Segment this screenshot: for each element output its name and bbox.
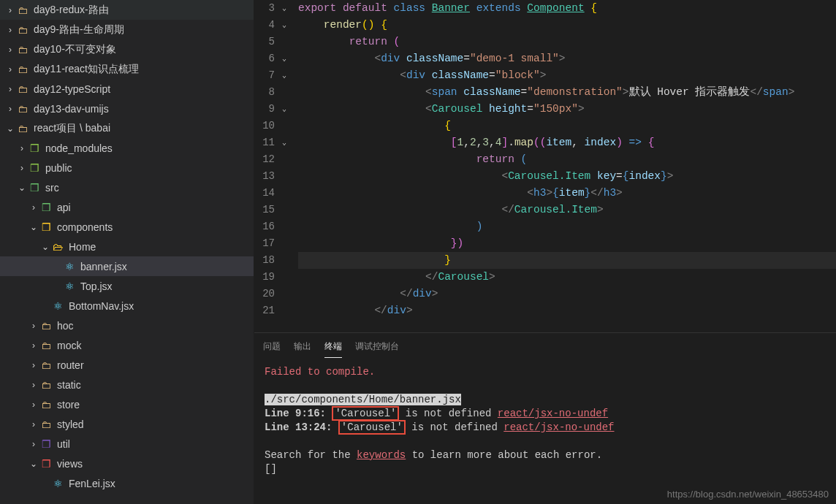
- tree-item[interactable]: ›🗀day10-不可变对象: [0, 39, 254, 59]
- tree-item-label: day9-路由-生命周期: [34, 23, 124, 37]
- code-editor[interactable]: 3⌄4⌄56⌄7⌄89⌄1011⌄12131415161718192021 ex…: [254, 0, 836, 332]
- chevron-icon[interactable]: ›: [28, 439, 39, 449]
- chevron-icon[interactable]: ⌄: [4, 123, 16, 134]
- code-line[interactable]: ): [298, 218, 836, 235]
- error-rule-link[interactable]: react/jsx-no-undef: [498, 408, 608, 419]
- terminal-output[interactable]: Failed to compile. ./src/components/Home…: [254, 358, 836, 504]
- code-line[interactable]: return (: [298, 151, 836, 168]
- panel-tab[interactable]: 调试控制台: [355, 336, 399, 358]
- fold-icon[interactable]: ⌄: [278, 17, 286, 34]
- chevron-icon[interactable]: ›: [4, 64, 16, 75]
- tree-item[interactable]: ⚛banner.jsx: [0, 256, 254, 276]
- chevron-icon[interactable]: ›: [16, 143, 28, 153]
- file-explorer[interactable]: ›🗀day8-redux-路由›🗀day9-路由-生命周期›🗀day10-不可变…: [0, 0, 254, 504]
- error-rule-link[interactable]: react/jsx-no-undef: [503, 421, 614, 433]
- tree-item-label: day10-不可变对象: [34, 43, 116, 56]
- tree-item[interactable]: ⚛FenLei.jsx: [0, 473, 254, 493]
- line-number: 5: [254, 34, 286, 50]
- panel-tab[interactable]: 输出: [294, 336, 311, 358]
- line-number: 15: [254, 202, 286, 218]
- tree-item[interactable]: ›🗀hoc: [0, 316, 254, 335]
- tree-item[interactable]: ›🗀store: [0, 394, 254, 414]
- tree-item[interactable]: ›❒api: [0, 197, 254, 217]
- folder-comp-icon: ❒: [39, 221, 53, 234]
- code-line[interactable]: <Carousel.Item key={index}>: [298, 168, 836, 185]
- chevron-icon[interactable]: ⌄: [16, 183, 28, 193]
- chevron-icon[interactable]: ›: [4, 25, 16, 35]
- tree-item-label: Home: [69, 241, 96, 253]
- tree-item[interactable]: ›🗀day9-路由-生命周期: [0, 20, 254, 39]
- tree-item[interactable]: ›🗀day12-typeScript: [0, 79, 254, 99]
- chevron-icon[interactable]: ›: [16, 163, 28, 173]
- chevron-icon[interactable]: ›: [28, 419, 39, 429]
- chevron-icon[interactable]: ›: [4, 84, 16, 94]
- code-line[interactable]: export default class Banner extends Comp…: [298, 0, 836, 17]
- panel-tab[interactable]: 终端: [324, 336, 342, 358]
- chevron-icon[interactable]: ›: [28, 202, 39, 213]
- tree-item[interactable]: ⌄🗀react项目 \ babai: [0, 118, 254, 138]
- tree-item[interactable]: ›🗀styled: [0, 414, 254, 434]
- fold-icon[interactable]: ⌄: [278, 0, 286, 17]
- tree-item[interactable]: ›🗀day11-react知识点梳理: [0, 59, 254, 79]
- chevron-icon[interactable]: ›: [28, 340, 39, 351]
- line-gutter: 3⌄4⌄56⌄7⌄89⌄1011⌄12131415161718192021: [254, 0, 298, 332]
- code-line[interactable]: </Carousel.Item>: [298, 202, 836, 218]
- code-line[interactable]: return (: [298, 34, 836, 50]
- chevron-icon[interactable]: ›: [4, 45, 16, 55]
- fold-icon[interactable]: ⌄: [278, 101, 286, 118]
- tree-item[interactable]: ›❒public: [0, 158, 254, 177]
- code-line[interactable]: <h3>{item}</h3>: [298, 185, 836, 202]
- line-number: 3⌄: [254, 0, 286, 17]
- tree-item-label: public: [45, 162, 72, 174]
- fold-icon[interactable]: ⌄: [278, 50, 286, 67]
- code-line[interactable]: </Carousel>: [298, 269, 836, 286]
- tree-item[interactable]: ⚛Top.jsx: [0, 276, 254, 296]
- code-line[interactable]: }): [298, 235, 836, 252]
- chevron-icon[interactable]: ⌄: [39, 242, 51, 252]
- chevron-icon[interactable]: ›: [28, 400, 39, 410]
- tree-item[interactable]: ›🗀mock: [0, 335, 254, 355]
- tree-item[interactable]: ›🗀static: [0, 375, 254, 394]
- chevron-icon[interactable]: ›: [4, 104, 16, 114]
- tree-item[interactable]: ›🗀day8-redux-路由: [0, 0, 254, 20]
- tree-item[interactable]: ⌄❒components: [0, 217, 254, 237]
- fold-icon[interactable]: ⌄: [278, 67, 286, 84]
- folder-icon: 🗀: [16, 63, 29, 76]
- folder-icon: 🗀: [39, 398, 53, 411]
- tree-item-label: day11-react知识点梳理: [34, 63, 139, 76]
- chevron-icon[interactable]: ›: [28, 380, 39, 390]
- chevron-icon[interactable]: ⌄: [28, 222, 39, 232]
- hint-text: to learn more about each error.: [406, 449, 602, 461]
- code-line[interactable]: render() {: [298, 17, 836, 34]
- tree-item[interactable]: ⌄❒views: [0, 454, 254, 473]
- tree-item[interactable]: ›❒node_modules: [0, 138, 254, 158]
- code-line[interactable]: <Carousel height="150px">: [298, 101, 836, 118]
- tree-item[interactable]: ⌄🗁Home: [0, 237, 254, 256]
- tree-item-label: views: [57, 458, 83, 470]
- tree-item[interactable]: ⚛BottomNav.jsx: [0, 296, 254, 316]
- hint-text: Search for the: [265, 449, 357, 461]
- code-line[interactable]: [1,2,3,4].map((item, index) => {: [298, 134, 836, 151]
- code-line[interactable]: <span className="demonstration">默认 Hover…: [298, 84, 836, 101]
- chevron-icon[interactable]: ›: [4, 5, 16, 15]
- fold-icon[interactable]: ⌄: [278, 134, 286, 151]
- code-line[interactable]: </div>: [298, 302, 836, 319]
- tree-item[interactable]: ›🗀router: [0, 355, 254, 375]
- compile-error-heading: Failed to compile.: [265, 366, 375, 378]
- chevron-icon[interactable]: ⌄: [28, 459, 39, 469]
- tree-item-label: util: [57, 438, 70, 450]
- keywords-link[interactable]: keywords: [357, 449, 406, 461]
- tree-item[interactable]: ›🗀day13-dav-umijs: [0, 99, 254, 118]
- code-line[interactable]: }: [298, 252, 836, 269]
- chevron-icon[interactable]: ›: [28, 360, 39, 370]
- tree-item[interactable]: ›❒util: [0, 434, 254, 454]
- code-line[interactable]: </div>: [298, 286, 836, 302]
- react-icon: ⚛: [63, 280, 76, 293]
- panel-tab[interactable]: 问题: [263, 336, 281, 358]
- code-line[interactable]: {: [298, 118, 836, 134]
- chevron-icon[interactable]: ›: [28, 321, 39, 331]
- tree-item[interactable]: ⌄❒src: [0, 177, 254, 197]
- code-line[interactable]: <div className="demo-1 small">: [298, 50, 836, 67]
- code-content[interactable]: export default class Banner extends Comp…: [298, 0, 836, 332]
- code-line[interactable]: <div className="block">: [298, 67, 836, 84]
